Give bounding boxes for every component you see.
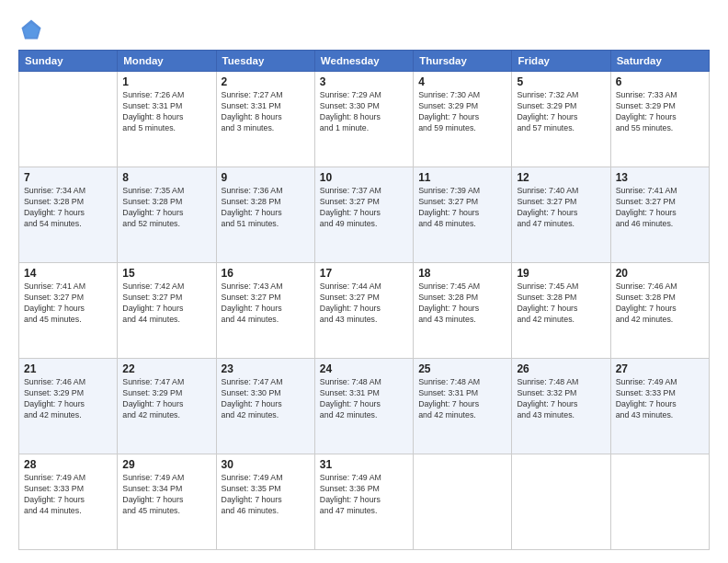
- day-info: Sunrise: 7:29 AM Sunset: 3:30 PM Dayligh…: [320, 90, 408, 134]
- calendar-week-row: 7Sunrise: 7:34 AM Sunset: 3:28 PM Daylig…: [19, 167, 710, 263]
- day-info: Sunrise: 7:49 AM Sunset: 3:34 PM Dayligh…: [122, 473, 210, 517]
- day-number: 3: [320, 75, 408, 88]
- day-number: 16: [222, 267, 310, 280]
- day-number: 22: [122, 362, 210, 375]
- calendar-week-row: 21Sunrise: 7:46 AM Sunset: 3:29 PM Dayli…: [19, 359, 710, 454]
- calendar-cell: 6Sunrise: 7:33 AM Sunset: 3:29 PM Daylig…: [610, 72, 709, 167]
- logo-icon: [18, 17, 44, 42]
- day-info: Sunrise: 7:49 AM Sunset: 3:33 PM Dayligh…: [24, 473, 112, 517]
- day-info: Sunrise: 7:41 AM Sunset: 3:27 PM Dayligh…: [24, 282, 112, 326]
- day-info: Sunrise: 7:46 AM Sunset: 3:28 PM Dayligh…: [616, 282, 704, 326]
- day-info: Sunrise: 7:32 AM Sunset: 3:29 PM Dayligh…: [517, 90, 605, 134]
- calendar-cell: 29Sunrise: 7:49 AM Sunset: 3:34 PM Dayli…: [118, 454, 216, 550]
- calendar-cell: 24Sunrise: 7:48 AM Sunset: 3:31 PM Dayli…: [314, 359, 413, 454]
- calendar-cell: [512, 454, 610, 550]
- calendar-cell: 11Sunrise: 7:39 AM Sunset: 3:27 PM Dayli…: [414, 167, 512, 263]
- day-info: Sunrise: 7:48 AM Sunset: 3:31 PM Dayligh…: [320, 377, 408, 421]
- day-number: 27: [616, 362, 704, 375]
- day-info: Sunrise: 7:36 AM Sunset: 3:28 PM Dayligh…: [222, 186, 310, 230]
- calendar-cell: 21Sunrise: 7:46 AM Sunset: 3:29 PM Dayli…: [19, 359, 118, 454]
- calendar-week-row: 14Sunrise: 7:41 AM Sunset: 3:27 PM Dayli…: [19, 263, 710, 359]
- calendar-cell: 9Sunrise: 7:36 AM Sunset: 3:28 PM Daylig…: [216, 167, 314, 263]
- day-info: Sunrise: 7:39 AM Sunset: 3:27 PM Dayligh…: [418, 186, 506, 230]
- calendar-cell: 23Sunrise: 7:47 AM Sunset: 3:30 PM Dayli…: [216, 359, 314, 454]
- day-info: Sunrise: 7:49 AM Sunset: 3:33 PM Dayligh…: [616, 377, 704, 421]
- day-number: 30: [222, 458, 310, 471]
- day-number: 19: [517, 267, 605, 280]
- calendar-week-row: 1Sunrise: 7:26 AM Sunset: 3:31 PM Daylig…: [19, 72, 710, 167]
- calendar-cell: 17Sunrise: 7:44 AM Sunset: 3:27 PM Dayli…: [314, 263, 413, 359]
- calendar-cell: 20Sunrise: 7:46 AM Sunset: 3:28 PM Dayli…: [610, 263, 709, 359]
- day-number: 17: [320, 267, 408, 280]
- calendar-cell: 5Sunrise: 7:32 AM Sunset: 3:29 PM Daylig…: [512, 72, 610, 167]
- day-number: 21: [24, 362, 112, 375]
- calendar-cell: 19Sunrise: 7:45 AM Sunset: 3:28 PM Dayli…: [512, 263, 610, 359]
- day-info: Sunrise: 7:43 AM Sunset: 3:27 PM Dayligh…: [222, 282, 310, 326]
- calendar-header-saturday: Saturday: [610, 51, 709, 72]
- day-number: 7: [24, 171, 112, 184]
- day-number: 26: [517, 362, 605, 375]
- calendar-cell: 30Sunrise: 7:49 AM Sunset: 3:35 PM Dayli…: [216, 454, 314, 550]
- day-number: 5: [517, 75, 605, 88]
- calendar-cell: [610, 454, 709, 550]
- day-number: 25: [418, 362, 506, 375]
- calendar-cell: 27Sunrise: 7:49 AM Sunset: 3:33 PM Dayli…: [610, 359, 709, 454]
- day-number: 13: [616, 171, 704, 184]
- calendar-week-row: 28Sunrise: 7:49 AM Sunset: 3:33 PM Dayli…: [19, 454, 710, 550]
- calendar-cell: 16Sunrise: 7:43 AM Sunset: 3:27 PM Dayli…: [216, 263, 314, 359]
- day-number: 9: [222, 171, 310, 184]
- header: [18, 17, 710, 42]
- calendar-cell: 14Sunrise: 7:41 AM Sunset: 3:27 PM Dayli…: [19, 263, 118, 359]
- calendar-cell: 15Sunrise: 7:42 AM Sunset: 3:27 PM Dayli…: [118, 263, 216, 359]
- calendar-cell: 28Sunrise: 7:49 AM Sunset: 3:33 PM Dayli…: [19, 454, 118, 550]
- day-info: Sunrise: 7:44 AM Sunset: 3:27 PM Dayligh…: [320, 282, 408, 326]
- day-info: Sunrise: 7:30 AM Sunset: 3:29 PM Dayligh…: [418, 90, 506, 134]
- day-info: Sunrise: 7:45 AM Sunset: 3:28 PM Dayligh…: [517, 282, 605, 326]
- day-number: 24: [320, 362, 408, 375]
- day-number: 31: [320, 458, 408, 471]
- day-info: Sunrise: 7:34 AM Sunset: 3:28 PM Dayligh…: [24, 186, 112, 230]
- calendar-header-wednesday: Wednesday: [314, 51, 413, 72]
- day-info: Sunrise: 7:26 AM Sunset: 3:31 PM Dayligh…: [122, 90, 210, 134]
- day-number: 6: [616, 75, 704, 88]
- day-info: Sunrise: 7:40 AM Sunset: 3:27 PM Dayligh…: [517, 186, 605, 230]
- day-info: Sunrise: 7:41 AM Sunset: 3:27 PM Dayligh…: [616, 186, 704, 230]
- day-number: 28: [24, 458, 112, 471]
- calendar-header-thursday: Thursday: [414, 51, 512, 72]
- calendar-cell: 25Sunrise: 7:48 AM Sunset: 3:31 PM Dayli…: [414, 359, 512, 454]
- calendar-cell: 7Sunrise: 7:34 AM Sunset: 3:28 PM Daylig…: [19, 167, 118, 263]
- day-info: Sunrise: 7:47 AM Sunset: 3:30 PM Dayligh…: [222, 377, 310, 421]
- day-info: Sunrise: 7:48 AM Sunset: 3:32 PM Dayligh…: [517, 377, 605, 421]
- calendar-cell: 1Sunrise: 7:26 AM Sunset: 3:31 PM Daylig…: [118, 72, 216, 167]
- day-number: 15: [122, 267, 210, 280]
- calendar-cell: 22Sunrise: 7:47 AM Sunset: 3:29 PM Dayli…: [118, 359, 216, 454]
- calendar-cell: 8Sunrise: 7:35 AM Sunset: 3:28 PM Daylig…: [118, 167, 216, 263]
- calendar-cell: 10Sunrise: 7:37 AM Sunset: 3:27 PM Dayli…: [314, 167, 413, 263]
- calendar-header-monday: Monday: [118, 51, 216, 72]
- day-number: 20: [616, 267, 704, 280]
- day-info: Sunrise: 7:45 AM Sunset: 3:28 PM Dayligh…: [418, 282, 506, 326]
- calendar-cell: [414, 454, 512, 550]
- day-number: 23: [222, 362, 310, 375]
- day-number: 18: [418, 267, 506, 280]
- day-info: Sunrise: 7:37 AM Sunset: 3:27 PM Dayligh…: [320, 186, 408, 230]
- day-number: 4: [418, 75, 506, 88]
- day-number: 14: [24, 267, 112, 280]
- calendar-table: SundayMondayTuesdayWednesdayThursdayFrid…: [18, 50, 710, 550]
- calendar-header-friday: Friday: [512, 51, 610, 72]
- calendar-cell: 26Sunrise: 7:48 AM Sunset: 3:32 PM Dayli…: [512, 359, 610, 454]
- day-number: 2: [222, 75, 310, 88]
- calendar-header-row: SundayMondayTuesdayWednesdayThursdayFrid…: [19, 51, 710, 72]
- calendar-cell: 31Sunrise: 7:49 AM Sunset: 3:36 PM Dayli…: [314, 454, 413, 550]
- day-number: 8: [122, 171, 210, 184]
- calendar-cell: 2Sunrise: 7:27 AM Sunset: 3:31 PM Daylig…: [216, 72, 314, 167]
- day-info: Sunrise: 7:49 AM Sunset: 3:35 PM Dayligh…: [222, 473, 310, 517]
- day-info: Sunrise: 7:49 AM Sunset: 3:36 PM Dayligh…: [320, 473, 408, 517]
- calendar-cell: 12Sunrise: 7:40 AM Sunset: 3:27 PM Dayli…: [512, 167, 610, 263]
- day-info: Sunrise: 7:33 AM Sunset: 3:29 PM Dayligh…: [616, 90, 704, 134]
- logo: [18, 20, 48, 42]
- calendar-cell: [19, 72, 118, 167]
- day-info: Sunrise: 7:35 AM Sunset: 3:28 PM Dayligh…: [122, 186, 210, 230]
- calendar-header-tuesday: Tuesday: [216, 51, 314, 72]
- calendar-cell: 4Sunrise: 7:30 AM Sunset: 3:29 PM Daylig…: [414, 72, 512, 167]
